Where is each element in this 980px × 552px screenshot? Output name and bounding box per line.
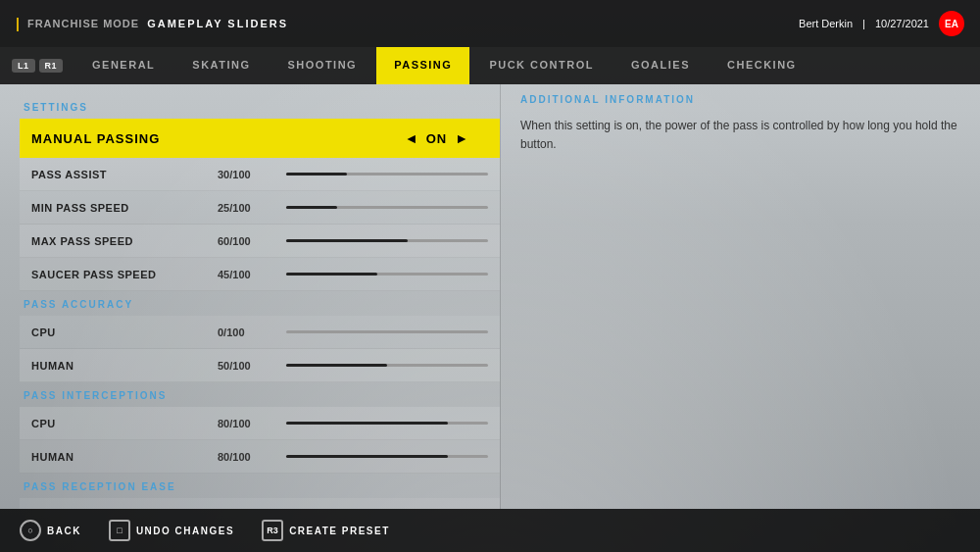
header-separator: | [862,18,865,29]
slider-row-cpu-6[interactable]: CPU80/100 [20,407,500,440]
slider-row-human-7[interactable]: HUMAN80/100 [20,440,500,474]
slider-track[interactable] [286,422,488,425]
right-arrow-icon[interactable]: ► [455,130,468,146]
right-panel: ADDITIONAL INFORMATION When this setting… [500,84,980,509]
slider-track[interactable] [286,206,488,209]
slider-row-max-pass-speed-2[interactable]: MAX PASS SPEED60/100 [20,225,500,258]
r1-button[interactable]: R1 [39,59,64,73]
slider-value: 30/100 [218,169,286,180]
slider-row-cpu-4[interactable]: CPU0/100 [20,316,500,349]
slider-value: 45/100 [218,269,286,280]
content-area: SETTINGS MANUAL PASSING ◄ ON ► PASS ASSI… [0,84,980,509]
header-right: Bert Derkin | 10/27/2021 EA [799,11,964,36]
slider-label: MAX PASS SPEED [31,235,218,247]
header-left: | FRANCHISE MODE GAMEPLAY SLIDERS [16,16,288,31]
ea-logo: EA [939,11,964,36]
manual-passing-row[interactable]: MANUAL PASSING ◄ ON ► [20,119,500,158]
slider-fill [286,206,337,209]
tab-skating[interactable]: SKATING [174,47,268,84]
slider-row-min-pass-speed-1[interactable]: MIN PASS SPEED25/100 [20,191,500,225]
slider-label: CPU [31,418,218,429]
slider-label: HUMAN [31,360,218,372]
manual-passing-label: MANUAL PASSING [31,131,405,146]
slider-row-saucer-pass-speed-3[interactable]: SAUCER PASS SPEED45/100 [20,258,500,291]
l1-r1-controls: L1 R1 [12,47,63,84]
undo-changes-button[interactable]: □ UNDO CHANGES [109,520,234,541]
footer: ○ BACK □ UNDO CHANGES R3 CREATE PRESET [0,509,980,552]
create-preset-button[interactable]: R3 CREATE PRESET [262,520,390,541]
slider-label: PASS ASSIST [31,169,218,180]
tab-goalies[interactable]: GOALIES [613,47,708,84]
settings-section-label: SETTINGS [20,102,500,113]
category-label-pass-accuracy: PASS ACCURACY [20,299,500,310]
slider-track[interactable] [286,273,488,276]
tab-shooting[interactable]: SHOOTING [270,47,375,84]
tab-general[interactable]: GENERAL [74,47,172,84]
manual-passing-control[interactable]: ◄ ON ► [405,130,468,146]
slider-fill [286,422,448,425]
franchise-label: FRANCHISE MODE [27,18,139,29]
left-panel: SETTINGS MANUAL PASSING ◄ ON ► PASS ASSI… [0,84,500,509]
slider-track[interactable] [286,364,488,367]
tab-bar: L1 R1 GENERAL SKATING SHOOTING PASSING P… [0,47,980,84]
slider-track[interactable] [286,173,488,176]
slider-fill [286,173,347,176]
category-label-pass-reception-ease: PASS RECEPTION EASE [20,481,500,492]
slider-fill [286,239,408,242]
l1-button[interactable]: L1 [12,59,35,73]
tab-puck-control[interactable]: PUCK CONTROL [471,47,612,84]
slider-row-human-5[interactable]: HUMAN50/100 [20,349,500,382]
header-pipe: | [16,16,20,31]
manual-passing-value: ON [426,131,448,146]
sliders-container: PASS ASSIST30/100MIN PASS SPEED25/100MAX… [20,158,500,509]
slider-label: HUMAN [31,451,218,463]
slider-row-cpu-8[interactable]: CPU10/100 [20,498,500,509]
slider-label: MIN PASS SPEED [31,202,218,214]
additional-info-text: When this setting is on, the power of th… [520,117,960,154]
create-label: CREATE PRESET [289,526,390,536]
create-icon: R3 [262,520,283,541]
header-title: GAMEPLAY SLIDERS [147,18,288,29]
slider-value: 80/100 [218,418,286,429]
undo-icon: □ [109,520,130,541]
slider-track[interactable] [286,330,488,333]
header: | FRANCHISE MODE GAMEPLAY SLIDERS Bert D… [0,0,980,47]
tab-checking[interactable]: CHECKING [710,47,814,84]
slider-value: 50/100 [218,360,286,372]
slider-fill [286,273,377,276]
header-date: 10/27/2021 [875,18,929,29]
left-arrow-icon[interactable]: ◄ [405,130,418,146]
slider-label: SAUCER PASS SPEED [31,269,218,280]
slider-track[interactable] [286,455,488,458]
user-name: Bert Derkin [799,18,853,29]
slider-value: 25/100 [218,202,286,214]
slider-track[interactable] [286,239,488,242]
slider-label: CPU [31,326,218,338]
slider-value: 60/100 [218,235,286,247]
back-button[interactable]: ○ BACK [20,520,81,541]
category-label-pass-interceptions: PASS INTERCEPTIONS [20,390,500,401]
slider-fill [286,364,387,367]
slider-value: 80/100 [218,451,286,463]
slider-row-pass-assist-0[interactable]: PASS ASSIST30/100 [20,158,500,191]
back-icon: ○ [20,520,41,541]
slider-value: 0/100 [218,326,286,338]
undo-label: UNDO CHANGES [136,526,234,536]
additional-info-title: ADDITIONAL INFORMATION [520,94,960,105]
tab-passing[interactable]: PASSING [376,47,469,84]
back-label: BACK [47,526,81,536]
slider-fill [286,455,448,458]
